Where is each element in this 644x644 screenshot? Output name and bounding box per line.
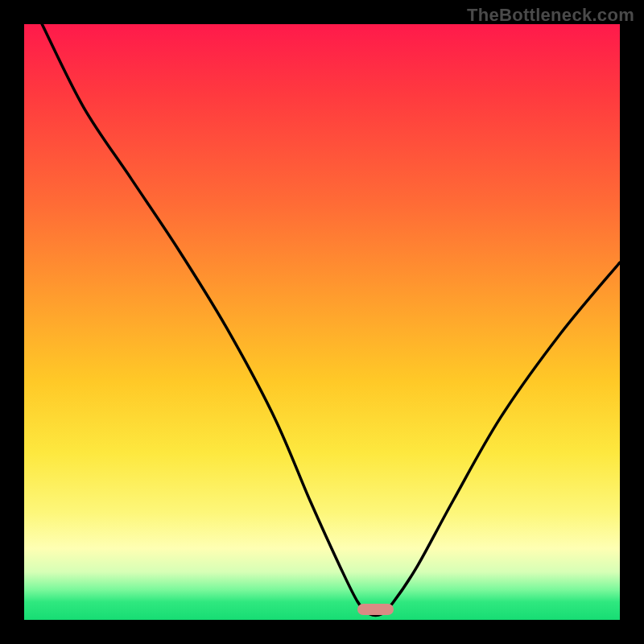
watermark-text: TheBottleneck.com [467,5,634,26]
plot-area [24,24,620,620]
optimal-marker [357,604,393,615]
chart-frame: TheBottleneck.com [0,0,644,644]
bottleneck-curve-path [42,24,620,615]
curve-svg [24,24,620,620]
